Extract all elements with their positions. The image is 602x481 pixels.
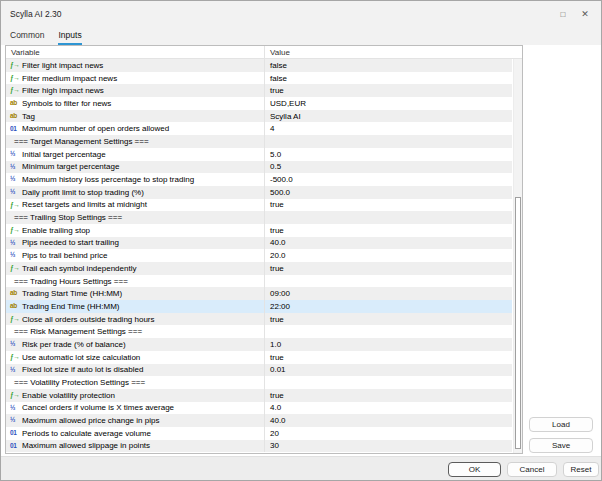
table-row[interactable]: 01Maximum number of open orders allowed4 <box>6 122 512 135</box>
row-variable-label: Filter light impact news <box>22 61 103 70</box>
ok-button[interactable]: OK <box>448 462 501 477</box>
tab-inputs[interactable]: Inputs <box>58 30 81 45</box>
row-variable-label: Use automatic lot size calculation <box>22 353 140 362</box>
row-value[interactable]: -500.0 <box>265 175 512 184</box>
table-header: Variable Value <box>6 46 522 59</box>
row-variable: ƒ→Trail each symbol independently <box>6 262 265 275</box>
table-row[interactable]: ½Minimum target percentage0.5 <box>6 161 512 174</box>
row-value[interactable]: 40.0 <box>265 238 512 247</box>
table-row[interactable]: ƒ→Filter high impact newstrue <box>6 84 512 97</box>
close-icon[interactable]: ✕ <box>577 6 593 22</box>
row-value[interactable]: USD,EUR <box>265 99 512 108</box>
row-variable-label: === Trailing Stop Settings === <box>14 213 122 222</box>
table-row[interactable]: ƒ→Trail each symbol independentlytrue <box>6 262 512 275</box>
row-variable: 01Periods to calculate average volume <box>6 427 265 440</box>
string-input-icon: ab <box>10 113 22 120</box>
bool-input-icon: ƒ→ <box>10 392 22 399</box>
table-row[interactable]: abTrading End Time (HH:MM)22:00 <box>6 300 512 313</box>
section-row[interactable]: === Target Management Settings === <box>6 135 512 148</box>
scrollbar-thumb[interactable] <box>515 197 521 449</box>
save-button[interactable]: Save <box>529 438 593 453</box>
double-input-icon: ½ <box>10 341 22 348</box>
row-value[interactable]: 4.0 <box>265 403 512 412</box>
row-value[interactable]: true <box>265 226 512 235</box>
table-row[interactable]: ƒ→Use automatic lot size calculationtrue <box>6 351 512 364</box>
table-row[interactable]: ½Fixed lot size if auto lot is disabled0… <box>6 364 512 377</box>
row-value[interactable]: 1.0 <box>265 340 512 349</box>
row-value[interactable]: false <box>265 61 512 70</box>
row-value[interactable]: true <box>265 315 512 324</box>
row-value[interactable]: 09:00 <box>265 289 512 298</box>
table-row[interactable]: ½Initial target percentage5.0 <box>6 148 512 161</box>
table-row[interactable]: ƒ→Filter medium impact newsfalse <box>6 72 512 85</box>
maximize-icon[interactable]: □ <box>555 6 571 22</box>
section-row[interactable]: === Risk Management Settings === <box>6 325 512 338</box>
row-variable: ƒ→Filter medium impact news <box>6 72 265 85</box>
row-variable: ƒ→Enable volatility protection <box>6 389 265 402</box>
row-value[interactable]: false <box>265 74 512 83</box>
row-variable-label: Maximum number of open orders allowed <box>22 124 169 133</box>
table-scrollbar[interactable] <box>513 59 522 453</box>
row-value[interactable]: 0.5 <box>265 162 512 171</box>
table-row[interactable]: ½Pips to trail behind price20.0 <box>6 249 512 262</box>
row-variable: ½Fixed lot size if auto lot is disabled <box>6 364 265 377</box>
section-row[interactable]: === Trailing Stop Settings === <box>6 211 512 224</box>
row-value[interactable]: true <box>265 200 512 209</box>
row-value[interactable]: 20 <box>265 429 512 438</box>
table-row[interactable]: ½Daily profit limit to stop trading (%)5… <box>6 186 512 199</box>
cancel-button[interactable]: Cancel <box>507 462 557 477</box>
bool-input-icon: ƒ→ <box>10 265 22 272</box>
table-row[interactable]: ½Cancel orders if volume is X times aver… <box>6 402 512 415</box>
table-row[interactable]: ½Risk per trade (% of balance)1.0 <box>6 338 512 351</box>
row-value[interactable]: true <box>265 391 512 400</box>
row-value[interactable]: true <box>265 353 512 362</box>
double-input-icon: ½ <box>10 405 22 412</box>
table-row[interactable]: ½Pips needed to start trailing40.0 <box>6 237 512 250</box>
load-button[interactable]: Load <box>529 417 593 432</box>
row-value[interactable]: true <box>265 264 512 273</box>
table-row[interactable]: ƒ→Reset targets and limits at midnighttr… <box>6 199 512 212</box>
table-row[interactable]: ƒ→Close all orders outside trading hours… <box>6 313 512 326</box>
row-value[interactable]: 4 <box>265 124 512 133</box>
row-variable: ƒ→Enable trailing stop <box>6 224 265 237</box>
bool-input-icon: ƒ→ <box>10 316 22 323</box>
row-value[interactable]: 0.01 <box>265 365 512 374</box>
row-value[interactable]: Scylla AI <box>265 112 512 121</box>
int-input-icon: 01 <box>10 430 22 437</box>
row-value[interactable]: true <box>265 86 512 95</box>
row-value[interactable]: 5.0 <box>265 150 512 159</box>
table-row[interactable]: 01Periods to calculate average volume20 <box>6 427 512 440</box>
tab-common[interactable]: Common <box>10 30 44 45</box>
row-value[interactable]: 500.0 <box>265 188 512 197</box>
reset-button[interactable]: Reset <box>563 462 599 477</box>
row-variable: ƒ→Reset targets and limits at midnight <box>6 199 265 212</box>
row-variable-label: Pips to trail behind price <box>22 251 107 260</box>
row-variable-label: Maximum history loss percentage to stop … <box>22 175 194 184</box>
title-bar: Scylla AI 2.30 □ ✕ <box>1 1 601 27</box>
row-value[interactable]: 22:00 <box>265 302 512 311</box>
row-value[interactable]: 30 <box>265 441 512 450</box>
row-variable: ƒ→Filter high impact news <box>6 84 265 97</box>
ea-inputs-dialog: Scylla AI 2.30 □ ✕ Common Inputs Variabl… <box>0 0 602 481</box>
row-value[interactable]: 20.0 <box>265 251 512 260</box>
double-input-icon: ½ <box>10 367 22 374</box>
table-row[interactable]: ƒ→Enable volatility protectiontrue <box>6 389 512 402</box>
section-row[interactable]: === Volatility Protection Settings === <box>6 376 512 389</box>
section-row[interactable]: === Trading Hours Settings === <box>6 275 512 288</box>
table-row[interactable]: ƒ→Enable trailing stoptrue <box>6 224 512 237</box>
table-row[interactable]: abTrading Start Time (HH:MM)09:00 <box>6 287 512 300</box>
table-row[interactable]: ½Maximum history loss percentage to stop… <box>6 173 512 186</box>
double-input-icon: ½ <box>10 252 22 259</box>
table-row[interactable]: abSymbols to filter for newsUSD,EUR <box>6 97 512 110</box>
variable-column-header[interactable]: Variable <box>6 46 265 58</box>
table-row[interactable]: ½Maximum allowed price change in pips40.… <box>6 414 512 427</box>
row-variable-label: Enable volatility protection <box>22 391 115 400</box>
table-row[interactable]: 01Maximum allowed slippage in points30 <box>6 440 512 453</box>
row-value[interactable]: 40.0 <box>265 416 512 425</box>
row-variable-label: Initial target percentage <box>22 150 106 159</box>
table-row[interactable]: ƒ→Filter light impact newsfalse <box>6 59 512 72</box>
row-variable-label: Maximum allowed slippage in points <box>22 441 150 450</box>
table-row[interactable]: abTagScylla AI <box>6 110 512 123</box>
value-column-header[interactable]: Value <box>265 48 522 57</box>
double-input-icon: ½ <box>10 189 22 196</box>
